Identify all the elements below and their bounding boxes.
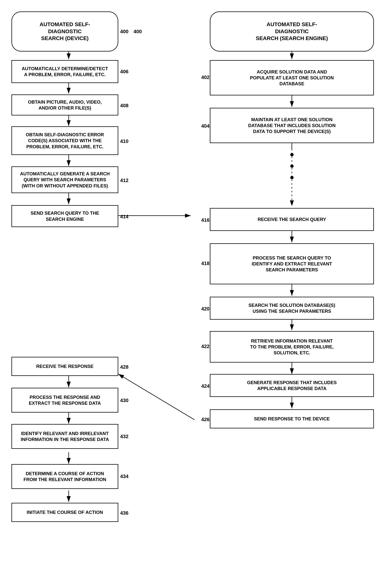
label-422: 422 bbox=[201, 344, 209, 349]
label-424: 424 bbox=[201, 383, 209, 389]
right-header-label-left: 400 bbox=[134, 29, 142, 35]
label-414: 414 bbox=[120, 214, 128, 220]
box-406: AUTOMATICALLY DETERMINE/DETECT A PROBLEM… bbox=[11, 60, 118, 83]
continuation-dots: ••• bbox=[290, 149, 294, 183]
flowchart-diagram: AUTOMATED SELF- DIAGNOSTIC SEARCH (DEVIC… bbox=[0, 0, 392, 574]
text-426: SEND RESPONSE TO THE DEVICE bbox=[254, 416, 330, 422]
text-410: OBTAIN SELF-DIAGNOSTIC ERROR CODE(S) ASS… bbox=[26, 132, 104, 150]
label-432: 432 bbox=[120, 433, 128, 439]
box-412: AUTOMATICALLY GENERATE A SEARCH QUERY WI… bbox=[11, 166, 118, 193]
label-408: 408 bbox=[120, 103, 128, 109]
label-428: 428 bbox=[120, 364, 128, 370]
box-414: SEND SEARCH QUERY TO THE SEARCH ENGINE bbox=[11, 205, 118, 227]
right-header-box: AUTOMATED SELF- DIAGNOSTIC SEARCH (SEARC… bbox=[210, 11, 374, 52]
box-432: IDENTIFY RELEVANT AND IRRELEVANT INFORMA… bbox=[11, 424, 118, 449]
label-412: 412 bbox=[120, 178, 128, 183]
box-430: PROCESS THE RESPONSE AND EXTRACT THE RES… bbox=[11, 388, 118, 412]
box-436: INITIATE THE COURSE OF ACTION bbox=[11, 503, 118, 522]
text-412: AUTOMATICALLY GENERATE A SEARCH QUERY WI… bbox=[20, 171, 110, 189]
text-416: RECEIVE THE SEARCH QUERY bbox=[257, 216, 326, 222]
left-header-text: AUTOMATED SELF- DIAGNOSTIC SEARCH (DEVIC… bbox=[40, 21, 90, 42]
text-420: SEARCH THE SOLUTION DATABASE(S) USING TH… bbox=[248, 302, 335, 314]
box-418: PROCESS THE SEARCH QUERY TO IDENTIFY AND… bbox=[210, 243, 374, 284]
label-420: 420 bbox=[201, 306, 209, 312]
label-416: 416 bbox=[201, 217, 209, 223]
label-402: 402 bbox=[201, 74, 209, 80]
text-424: GENERATE RESPONSE THAT INCLUDES APPLICAB… bbox=[247, 380, 337, 391]
right-header-text: AUTOMATED SELF- DIAGNOSTIC SEARCH (SEARC… bbox=[256, 21, 328, 42]
text-436: INITIATE THE COURSE OF ACTION bbox=[27, 509, 103, 515]
text-408: OBTAIN PICTURE, AUDIO, VIDEO, AND/OR OTH… bbox=[28, 99, 102, 111]
box-434: DETERMINE A COURSE OF ACTION FROM THE RE… bbox=[11, 464, 118, 489]
box-428: RECEIVE THE RESPONSE bbox=[11, 357, 118, 376]
text-404: MAINTAIN AT LEAST ONE SOLUTION DATABASE … bbox=[248, 117, 336, 135]
box-426: SEND RESPONSE TO THE DEVICE bbox=[210, 409, 374, 429]
text-432: IDENTIFY RELEVANT AND IRRELEVANT INFORMA… bbox=[21, 430, 109, 442]
box-410: OBTAIN SELF-DIAGNOSTIC ERROR CODE(S) ASS… bbox=[11, 126, 118, 155]
text-406: AUTOMATICALLY DETERMINE/DETECT A PROBLEM… bbox=[22, 66, 108, 78]
box-422: RETRIEVE INFORMATION RELEVANT TO THE PRO… bbox=[210, 331, 374, 363]
box-420: SEARCH THE SOLUTION DATABASE(S) USING TH… bbox=[210, 297, 374, 320]
label-434: 434 bbox=[120, 473, 128, 479]
label-436: 436 bbox=[120, 510, 128, 516]
box-408: OBTAIN PICTURE, AUDIO, VIDEO, AND/OR OTH… bbox=[11, 94, 118, 115]
text-430: PROCESS THE RESPONSE AND EXTRACT THE RES… bbox=[29, 394, 101, 406]
label-430: 430 bbox=[120, 397, 128, 403]
box-404: MAINTAIN AT LEAST ONE SOLUTION DATABASE … bbox=[210, 108, 374, 143]
box-402: ACQUIRE SOLUTION DATA AND POPULATE AT LE… bbox=[210, 60, 374, 95]
text-402: ACQUIRE SOLUTION DATA AND POPULATE AT LE… bbox=[250, 69, 334, 87]
label-418: 418 bbox=[201, 261, 209, 266]
text-414: SEND SEARCH QUERY TO THE SEARCH ENGINE bbox=[31, 210, 99, 222]
box-424: GENERATE RESPONSE THAT INCLUDES APPLICAB… bbox=[210, 374, 374, 397]
text-428: RECEIVE THE RESPONSE bbox=[36, 363, 94, 369]
label-426: 426 bbox=[201, 417, 209, 423]
label-410: 410 bbox=[120, 138, 128, 144]
text-434: DETERMINE A COURSE OF ACTION FROM THE RE… bbox=[23, 471, 106, 482]
left-header-label: 400 bbox=[120, 29, 128, 35]
label-404: 404 bbox=[201, 123, 209, 129]
text-418: PROCESS THE SEARCH QUERY TO IDENTIFY AND… bbox=[252, 255, 332, 273]
label-406: 406 bbox=[120, 69, 128, 75]
text-422: RETRIEVE INFORMATION RELEVANT TO THE PRO… bbox=[250, 338, 334, 356]
left-header-box: AUTOMATED SELF- DIAGNOSTIC SEARCH (DEVIC… bbox=[11, 11, 118, 52]
box-416: RECEIVE THE SEARCH QUERY bbox=[210, 208, 374, 231]
svg-line-20 bbox=[118, 374, 195, 420]
